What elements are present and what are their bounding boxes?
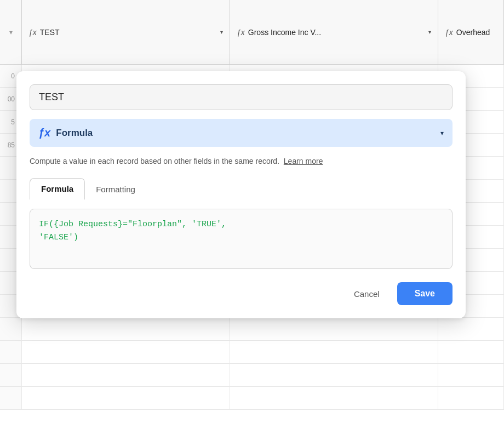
row-number xyxy=(0,364,22,386)
grid-cell-overhead[interactable] xyxy=(438,364,504,386)
formula-editor[interactable]: IF({Job Requests}="Floorplan", 'TRUE', '… xyxy=(30,209,453,269)
tabs-row: Formula Formatting xyxy=(30,178,453,200)
row-number xyxy=(0,387,22,409)
type-selector[interactable]: ƒx Formula ▾ xyxy=(30,119,453,147)
action-row: Cancel Save xyxy=(30,282,453,305)
table-row xyxy=(0,387,504,410)
grid-cell-test[interactable] xyxy=(22,387,230,409)
table-row xyxy=(0,318,504,341)
learn-more-link[interactable]: Learn more xyxy=(284,157,323,165)
header-cell-test[interactable]: ƒx TEST ▾ xyxy=(22,0,230,64)
grid-cell-gross[interactable] xyxy=(230,364,438,386)
grid-cell-overhead[interactable] xyxy=(438,318,504,340)
grid-cell-test[interactable] xyxy=(22,318,230,340)
grid-cell-gross[interactable] xyxy=(230,341,438,363)
row-number xyxy=(0,341,22,363)
grid-cell-test[interactable] xyxy=(22,341,230,363)
dropdown-icon-gross[interactable]: ▾ xyxy=(428,29,431,35)
field-editor-modal: ƒx Formula ▾ Compute a value in each rec… xyxy=(16,71,466,318)
header-cell-overhead[interactable]: ƒx Overhead xyxy=(438,0,504,64)
header-row: ▾ ƒx TEST ▾ ƒx Gross Income Inc V... ▾ ƒ… xyxy=(0,0,504,65)
cancel-button[interactable]: Cancel xyxy=(345,284,388,304)
grid-cell-overhead[interactable] xyxy=(438,341,504,363)
table-row xyxy=(0,341,504,364)
description-text: Compute a value in each record based on … xyxy=(30,157,279,165)
fx-icon-test: ƒx xyxy=(28,28,37,37)
toggle-icon: ▾ xyxy=(9,28,13,36)
grid-cell-overhead[interactable] xyxy=(438,387,504,409)
column-name-gross: Gross Income Inc V... xyxy=(248,28,425,37)
formula-description: Compute a value in each record based on … xyxy=(30,156,453,167)
column-name-test: TEST xyxy=(40,28,217,37)
grid-cell-gross[interactable] xyxy=(230,387,438,409)
row-number xyxy=(0,318,22,340)
field-name-input[interactable] xyxy=(30,84,453,110)
dropdown-icon-test[interactable]: ▾ xyxy=(220,29,223,35)
tab-formatting[interactable]: Formatting xyxy=(85,178,146,200)
type-chevron-icon: ▾ xyxy=(440,129,444,137)
header-cell-toggle: ▾ xyxy=(0,0,22,64)
header-cell-gross[interactable]: ƒx Gross Income Inc V... ▾ xyxy=(230,0,438,64)
grid-cell-test[interactable] xyxy=(22,364,230,386)
save-button[interactable]: Save xyxy=(397,282,453,305)
type-label: Formula xyxy=(56,128,435,139)
tab-formula[interactable]: Formula xyxy=(30,178,85,200)
type-fx-symbol: ƒx xyxy=(38,127,50,139)
column-name-overhead: Overhead xyxy=(456,28,497,37)
table-row xyxy=(0,364,504,387)
grid-cell-gross[interactable] xyxy=(230,318,438,340)
fx-icon-gross: ƒx xyxy=(237,28,245,37)
fx-icon-overhead: ƒx xyxy=(445,28,453,37)
